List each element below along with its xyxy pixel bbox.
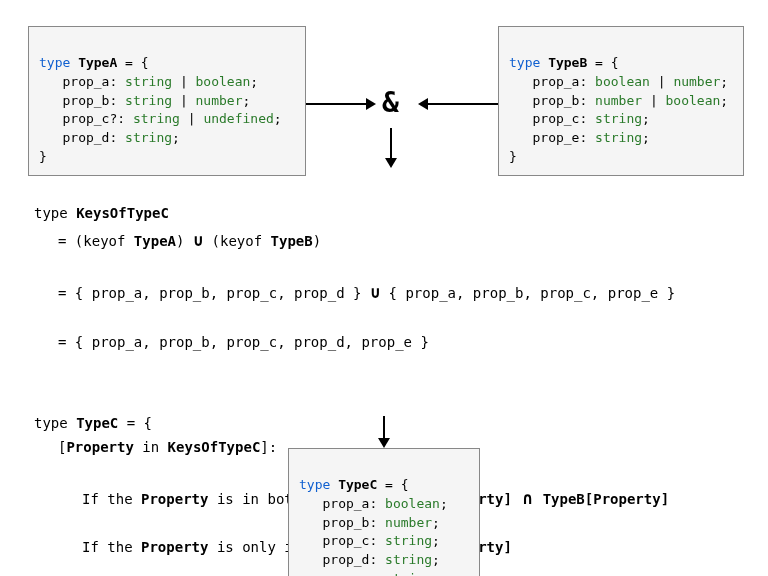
expr: TypeB[Property] [543, 491, 669, 507]
text: type [34, 205, 76, 221]
text: ]: [260, 439, 277, 455]
text: ; [274, 111, 282, 126]
type: boolean [666, 93, 721, 108]
property-key: Property [66, 439, 133, 455]
type: number [196, 93, 243, 108]
text: ; [432, 552, 440, 567]
type: string [125, 93, 172, 108]
prop: prop_b: [509, 93, 595, 108]
text: = { prop_a, prop_b, prop_c, prop_d, prop… [58, 334, 429, 350]
text: | [172, 93, 195, 108]
type-name: TypeB [271, 233, 313, 249]
text: | [180, 111, 203, 126]
type: string [125, 130, 172, 145]
prop: prop_c: [299, 533, 385, 548]
text: ; [642, 111, 650, 126]
text: ; [432, 515, 440, 530]
text: = { prop_a, prop_b, prop_c, prop_d } [58, 285, 370, 301]
type: boolean [196, 74, 251, 89]
type: string [133, 111, 180, 126]
union-operator-icon: ∪ [193, 230, 203, 250]
text: ; [720, 74, 728, 89]
type: string [595, 130, 642, 145]
type-name: TypeC [330, 477, 377, 492]
text: ) [313, 233, 321, 249]
brace: } [39, 149, 47, 164]
type: string [385, 552, 432, 567]
type: undefined [203, 111, 273, 126]
text: = { [117, 55, 148, 70]
text: ; [432, 571, 440, 576]
keyword: type [39, 55, 70, 70]
type: number [385, 515, 432, 530]
text: ; [720, 93, 728, 108]
text: in [134, 439, 168, 455]
prop: prop_d: [39, 130, 125, 145]
property-key: Property [141, 539, 208, 555]
keyword: type [299, 477, 330, 492]
type-b-box: type TypeB = { prop_a: boolean | number;… [498, 26, 744, 176]
prop: prop_e: [509, 130, 595, 145]
type-a-box: type TypeA = { prop_a: string | boolean;… [28, 26, 306, 176]
type: string [595, 111, 642, 126]
text: ; [243, 93, 251, 108]
type-c-box: type TypeC = { prop_a: boolean; prop_b: … [288, 448, 480, 576]
intersection-set-icon: ∩ [512, 488, 543, 508]
type: boolean [595, 74, 650, 89]
type-name: TypeA [70, 55, 117, 70]
type-name: TypeA [134, 233, 176, 249]
text: | [642, 93, 665, 108]
text: (keyof [203, 233, 270, 249]
text: ) [176, 233, 193, 249]
text: If the [82, 539, 141, 555]
text: ; [642, 130, 650, 145]
text: type [34, 415, 76, 431]
type: number [595, 93, 642, 108]
prop: prop_d: [299, 552, 385, 567]
type-name: TypeB [540, 55, 587, 70]
keyword: type [509, 55, 540, 70]
intersection-operator-icon: & [382, 86, 399, 119]
type: string [385, 533, 432, 548]
type: boolean [385, 496, 440, 511]
text: = { [587, 55, 618, 70]
prop: prop_a: [299, 496, 385, 511]
text: ; [172, 130, 180, 145]
prop: prop_b: [39, 93, 125, 108]
text: If the [82, 491, 141, 507]
text: = { [118, 415, 152, 431]
text: | [650, 74, 673, 89]
prop: prop_c: [509, 111, 595, 126]
prop: prop_b: [299, 515, 385, 530]
text: = { [377, 477, 408, 492]
union-operator-icon: ∪ [370, 282, 380, 302]
brace: } [509, 149, 517, 164]
prop: prop_a: [39, 74, 125, 89]
property-key: Property [141, 491, 208, 507]
text: { prop_a, prop_b, prop_c, prop_e } [380, 285, 675, 301]
type-name: TypeC [76, 415, 118, 431]
type-name: KeysOfTypeC [76, 205, 169, 221]
prop: prop_c?: [39, 111, 133, 126]
prop: prop_e: [299, 571, 385, 576]
text: ; [440, 496, 448, 511]
text: | [172, 74, 195, 89]
type-name: KeysOfTypeC [168, 439, 261, 455]
text: = (keyof [58, 233, 134, 249]
type: string [385, 571, 432, 576]
type: string [125, 74, 172, 89]
text: ; [432, 533, 440, 548]
text: ; [250, 74, 258, 89]
type: number [673, 74, 720, 89]
prop: prop_a: [509, 74, 595, 89]
